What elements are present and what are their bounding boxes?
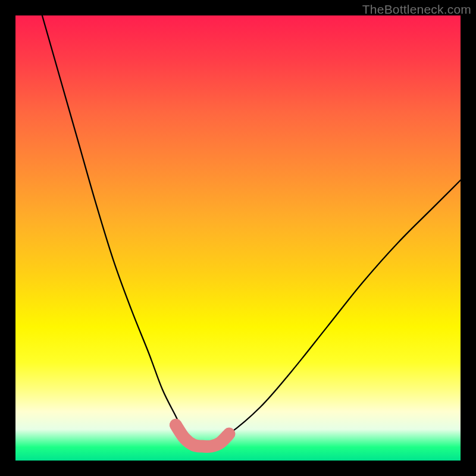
chart-frame: TheBottleneck.com [0, 0, 476, 476]
well-matched-zone [176, 425, 229, 446]
curve-layer [15, 15, 461, 461]
bottleneck-curve [42, 15, 461, 444]
plot-area [15, 15, 461, 461]
watermark-label: TheBottleneck.com [362, 2, 471, 17]
